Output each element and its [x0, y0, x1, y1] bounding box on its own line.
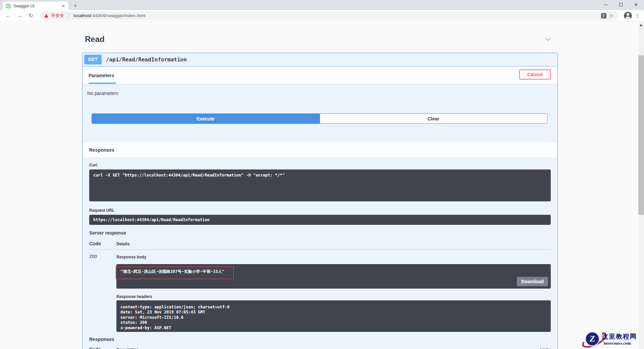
bookmark-star-icon[interactable]: ☆ — [609, 12, 614, 19]
server-response-label: Server response — [89, 230, 551, 236]
browser-tab[interactable]: Swagger UI ✕ — [3, 2, 68, 10]
annotation-highlight-rect — [116, 266, 234, 279]
content-wrapper: Read GET /api/Read/ReadInformation Param… — [82, 29, 558, 349]
parameters-section-header: Parameters Cancel — [83, 66, 557, 84]
response-header-line: status: 200 — [120, 320, 547, 325]
response-header-line: server: Microsoft-IIS/10.0 — [120, 315, 547, 320]
cancel-button[interactable]: Cancel — [519, 69, 551, 80]
download-button[interactable]: Download — [517, 277, 548, 286]
details-column-header: Details — [116, 241, 551, 246]
status-code: 200 — [89, 254, 116, 332]
scrollbar-up-arrow-icon[interactable] — [640, 24, 642, 26]
forward-icon[interactable]: → — [15, 12, 24, 19]
doc-code-column-header: Code — [89, 347, 116, 349]
url-path: :44304/swagger/index.html — [91, 13, 145, 18]
swagger-page: Read GET /api/Read/ReadInformation Param… — [0, 22, 638, 349]
response-details-cell: Response body "湖北-武汉-洪山区-佳园路207号-实验小学-中班… — [116, 254, 551, 332]
execute-button[interactable]: Execute — [92, 113, 320, 124]
tag-section-header[interactable]: Read — [82, 29, 558, 50]
security-warning-label[interactable]: 不安全 — [51, 13, 64, 19]
scrollbar-thumb[interactable] — [638, 55, 644, 215]
address-bar[interactable]: 不安全 | localhost:44304/swagger/index.html… — [40, 11, 619, 20]
clear-button[interactable]: Clear — [320, 113, 548, 124]
watermark-site-name: 这里教程网 — [602, 332, 637, 341]
operation-summary[interactable]: GET /api/Read/ReadInformation — [83, 53, 557, 66]
server-response-table-header: Code Details — [89, 238, 551, 250]
window-close-icon[interactable]: ✕ — [634, 2, 638, 7]
maximize-icon[interactable] — [619, 3, 623, 6]
response-headers-label: Response headers — [116, 294, 551, 299]
code-column-header: Code — [89, 241, 116, 246]
browser-menu-icon[interactable]: ⋮ — [634, 13, 641, 19]
response-body-block: "湖北-武汉-洪山区-佳园路207号-实验小学-中班-15人" Download — [116, 264, 551, 289]
site-watermark: Z 这里教程网 herecours.com — [580, 330, 644, 349]
minimize-icon[interactable] — [604, 5, 608, 5]
url-text: localhost:44304/swagger/index.html — [73, 13, 598, 18]
response-header-line: date: Sat, 23 Nov 2019 07:05:43 GMT — [120, 310, 547, 315]
parameters-title: Parameters — [89, 73, 116, 84]
response-body-label: Response body — [116, 255, 146, 259]
browser-toolbar: ← → ↻ 不安全 | localhost:44304/swagger/inde… — [0, 10, 644, 21]
execute-row: Execute Clear — [83, 101, 557, 132]
responses-inner: Curl curl -X GET "https://localhost:4430… — [83, 158, 557, 349]
swagger-favicon-icon — [6, 4, 11, 8]
server-response-table: Code Details 200 Response body "湖北-武汉-洪山… — [89, 238, 551, 332]
omnibox-divider: | — [68, 13, 69, 18]
operation-block: GET /api/Read/ReadInformation Parameters… — [82, 53, 558, 349]
reload-icon[interactable]: ↻ — [26, 12, 36, 19]
responses-section-header: Responses — [83, 142, 557, 158]
watermark-logo-icon: Z — [585, 332, 600, 346]
profile-avatar[interactable] — [624, 12, 632, 20]
server-response-row: 200 Response body "湖北-武汉-洪山区-佳园路207号-实验小… — [89, 250, 551, 332]
page-scrollbar[interactable] — [638, 22, 644, 349]
translate-icon[interactable]: 文 — [601, 13, 606, 18]
doc-links-column-header: Links — [531, 347, 551, 349]
no-parameters-message: No parameters — [83, 84, 557, 101]
request-url-value: https://localhost:44304/api/Read/ReadInf… — [89, 215, 551, 225]
window-controls: ✕ — [604, 0, 642, 9]
curl-label: Curl — [89, 163, 97, 167]
tag-title: Read — [85, 35, 105, 44]
response-headers-block: content-type: application/json; charset=… — [116, 300, 551, 332]
tab-title: Swagger UI — [13, 4, 61, 8]
watermark-site-domain: herecours.com — [604, 341, 631, 346]
browser-chrome: Swagger UI ✕ + ✕ ← → ↻ 不安全 | localhost:4… — [0, 0, 644, 22]
curl-command: curl -X GET "https://localhost:44304/api… — [89, 169, 551, 201]
operation-path: /api/Read/ReadInformation — [106, 56, 187, 63]
tab-close-icon[interactable]: ✕ — [61, 4, 66, 8]
http-method-badge: GET — [84, 55, 102, 64]
tab-strip: Swagger UI ✕ + ✕ — [0, 0, 644, 10]
response-header-line: content-type: application/json; charset=… — [120, 305, 547, 310]
url-host: localhost — [73, 13, 91, 18]
new-tab-button[interactable]: + — [71, 2, 80, 10]
security-warning-icon[interactable] — [44, 14, 48, 17]
back-icon[interactable]: ← — [3, 12, 13, 19]
chevron-down-icon[interactable] — [545, 36, 551, 41]
response-header-line: x-powered-by: ASP.NET — [120, 326, 547, 331]
documented-responses-header: Code Description Links — [89, 342, 551, 349]
request-url-label: Request URL — [89, 208, 551, 213]
documented-responses-title: Responses — [89, 337, 551, 342]
doc-description-column-header: Description — [116, 347, 531, 349]
